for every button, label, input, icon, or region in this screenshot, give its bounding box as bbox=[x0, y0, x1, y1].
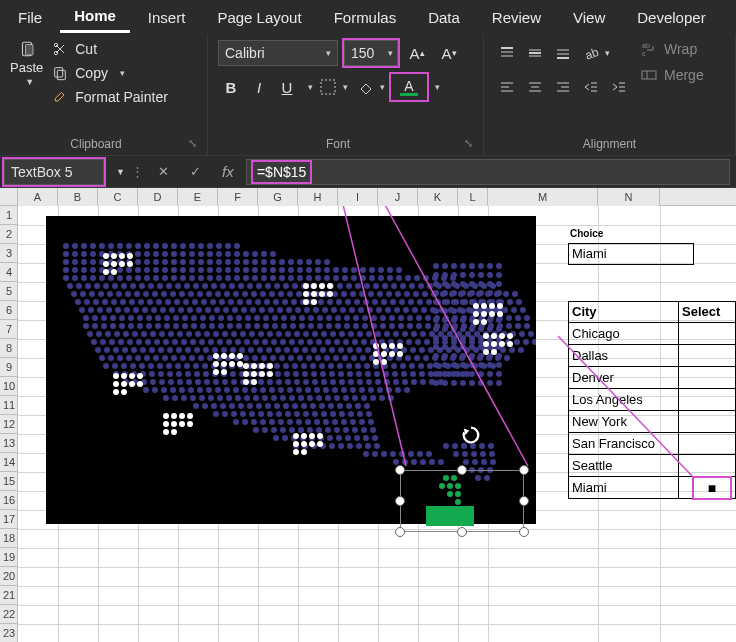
row-header-15[interactable]: 15 bbox=[0, 472, 18, 491]
row-header-1[interactable]: 1 bbox=[0, 206, 18, 225]
row-header-12[interactable]: 12 bbox=[0, 415, 18, 434]
name-box[interactable]: TextBox 5 bbox=[4, 159, 104, 185]
menu-formulas[interactable]: Formulas bbox=[320, 3, 411, 32]
align-center-button[interactable] bbox=[522, 74, 548, 100]
row-header-19[interactable]: 19 bbox=[0, 548, 18, 567]
italic-button[interactable]: I bbox=[246, 74, 272, 100]
row-header-5[interactable]: 5 bbox=[0, 282, 18, 301]
align-middle-button[interactable] bbox=[522, 40, 548, 66]
col-header-B[interactable]: B bbox=[58, 188, 98, 206]
bold-button[interactable]: B bbox=[218, 74, 244, 100]
row-header-20[interactable]: 20 bbox=[0, 567, 18, 586]
resize-handle[interactable] bbox=[519, 496, 529, 506]
svg-point-279 bbox=[422, 291, 428, 297]
borders-button[interactable]: ▾ bbox=[315, 74, 351, 100]
svg-point-184 bbox=[387, 275, 393, 281]
format-painter-button[interactable]: Format Painter bbox=[51, 88, 168, 106]
paste-button[interactable]: Paste ▼ bbox=[10, 40, 43, 87]
col-header-H[interactable]: H bbox=[298, 188, 338, 206]
fill-color-button[interactable]: ▾ bbox=[353, 74, 389, 100]
col-header-A[interactable]: A bbox=[18, 188, 58, 206]
select-all-corner[interactable] bbox=[0, 188, 18, 206]
chevron-down-icon[interactable]: ▼ bbox=[116, 167, 125, 177]
col-header-G[interactable]: G bbox=[258, 188, 298, 206]
row-header-6[interactable]: 6 bbox=[0, 301, 18, 320]
cut-button[interactable]: Cut bbox=[51, 40, 168, 58]
col-header-J[interactable]: J bbox=[378, 188, 418, 206]
svg-point-971 bbox=[462, 451, 468, 457]
align-right-button[interactable] bbox=[550, 74, 576, 100]
chevron-down-icon[interactable]: ▼ bbox=[25, 77, 34, 87]
formula-input[interactable]: =$N$15 bbox=[246, 159, 730, 185]
row-header-22[interactable]: 22 bbox=[0, 605, 18, 624]
menu-developer[interactable]: Developer bbox=[623, 3, 719, 32]
menu-file[interactable]: File bbox=[4, 3, 56, 32]
wrap-text-button[interactable]: abc Wrap bbox=[640, 40, 704, 58]
resize-handle[interactable] bbox=[395, 527, 405, 537]
row-header-9[interactable]: 9 bbox=[0, 358, 18, 377]
align-bottom-button[interactable] bbox=[550, 40, 576, 66]
grid-body[interactable]: Choice Miami City Select ChicagoDallasDe… bbox=[18, 206, 736, 642]
menu-insert[interactable]: Insert bbox=[134, 3, 200, 32]
col-header-E[interactable]: E bbox=[178, 188, 218, 206]
resize-handle[interactable] bbox=[519, 527, 529, 537]
resize-handle[interactable] bbox=[395, 465, 405, 475]
col-header-F[interactable]: F bbox=[218, 188, 258, 206]
row-header-13[interactable]: 13 bbox=[0, 434, 18, 453]
col-header-I[interactable]: I bbox=[338, 188, 378, 206]
copy-button[interactable]: Copy ▾ bbox=[51, 64, 168, 82]
decrease-font-button[interactable]: A▾ bbox=[436, 40, 462, 66]
cancel-formula-button[interactable]: ✕ bbox=[152, 159, 176, 185]
row-header-21[interactable]: 21 bbox=[0, 586, 18, 605]
col-header-D[interactable]: D bbox=[138, 188, 178, 206]
menu-review[interactable]: Review bbox=[478, 3, 555, 32]
row-header-11[interactable]: 11 bbox=[0, 396, 18, 415]
row-header-8[interactable]: 8 bbox=[0, 339, 18, 358]
orientation-button[interactable]: ab▾ bbox=[578, 40, 614, 66]
dialog-launcher-icon[interactable]: ⤡ bbox=[188, 137, 197, 150]
row-header-14[interactable]: 14 bbox=[0, 453, 18, 472]
col-header-K[interactable]: K bbox=[418, 188, 458, 206]
dialog-launcher-icon[interactable]: ⤡ bbox=[464, 137, 473, 150]
menu-page-layout[interactable]: Page Layout bbox=[203, 3, 315, 32]
resize-handle[interactable] bbox=[457, 465, 467, 475]
row-header-16[interactable]: 16 bbox=[0, 491, 18, 510]
row-header-23[interactable]: 23 bbox=[0, 624, 18, 642]
merge-button[interactable]: Merge bbox=[640, 66, 704, 84]
col-header-N[interactable]: N bbox=[598, 188, 660, 206]
font-name-select[interactable]: Calibri ▾ bbox=[218, 40, 338, 66]
choice-value[interactable]: Miami bbox=[572, 246, 607, 261]
decrease-indent-button[interactable] bbox=[578, 74, 604, 100]
menu-view[interactable]: View bbox=[559, 3, 619, 32]
cell-n15[interactable]: ■ bbox=[694, 478, 730, 498]
row-header-2[interactable]: 2 bbox=[0, 225, 18, 244]
row-header-4[interactable]: 4 bbox=[0, 263, 18, 282]
resize-handle[interactable] bbox=[519, 465, 529, 475]
menu-data[interactable]: Data bbox=[414, 3, 474, 32]
resize-handle[interactable] bbox=[395, 496, 405, 506]
accept-formula-button[interactable]: ✓ bbox=[184, 159, 208, 185]
increase-font-button[interactable]: A▴ bbox=[404, 40, 430, 66]
row-header-3[interactable]: 3 bbox=[0, 244, 18, 263]
row-header-10[interactable]: 10 bbox=[0, 377, 18, 396]
col-header-L[interactable]: L bbox=[458, 188, 488, 206]
align-left-button[interactable] bbox=[494, 74, 520, 100]
resize-handle[interactable] bbox=[457, 527, 467, 537]
row-header-18[interactable]: 18 bbox=[0, 529, 18, 548]
menu-home[interactable]: Home bbox=[60, 1, 130, 33]
col-header-M[interactable]: M bbox=[488, 188, 598, 206]
font-size-select[interactable]: 150 ▾ bbox=[344, 40, 398, 66]
fx-button[interactable]: fx bbox=[216, 159, 240, 185]
font-color-button[interactable]: A bbox=[391, 74, 427, 100]
row-header-7[interactable]: 7 bbox=[0, 320, 18, 339]
svg-point-1161 bbox=[491, 341, 497, 347]
col-header-C[interactable]: C bbox=[98, 188, 138, 206]
underline-button[interactable]: U bbox=[274, 74, 300, 100]
rotate-handle-icon[interactable] bbox=[460, 424, 482, 446]
row-header-17[interactable]: 17 bbox=[0, 510, 18, 529]
chevron-down-icon[interactable]: ▾ bbox=[120, 68, 125, 78]
increase-indent-button[interactable] bbox=[606, 74, 632, 100]
chevron-down-icon[interactable]: ▾ bbox=[435, 82, 440, 92]
chevron-down-icon[interactable]: ▾ bbox=[308, 82, 313, 92]
align-top-button[interactable] bbox=[494, 40, 520, 66]
